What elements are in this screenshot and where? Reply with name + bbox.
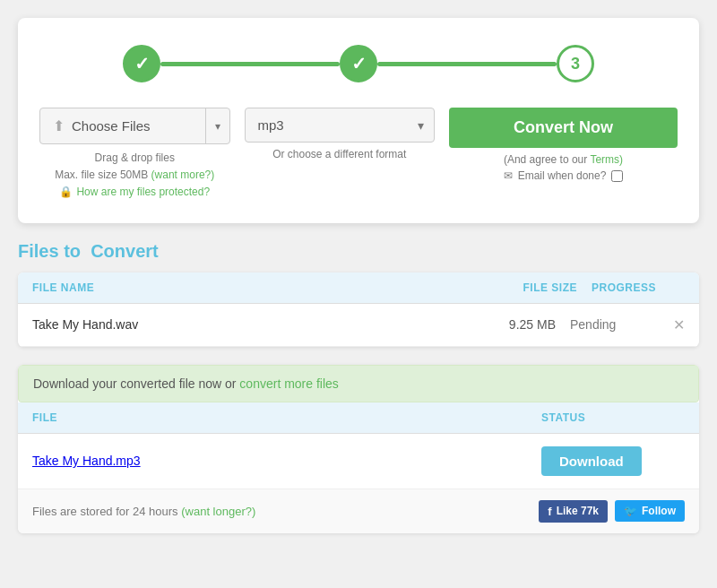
download-status-cell: Download: [541, 446, 685, 476]
header-progress: PROGRESS: [577, 281, 685, 294]
download-notice: Download your converted file now or conv…: [18, 365, 699, 402]
max-size-text: Max. file size 50MB (want more?): [55, 167, 214, 184]
facebook-like-button[interactable]: f Like 77k: [539, 500, 608, 523]
footer-row: Files are stored for 24 hours (want long…: [18, 489, 699, 533]
choose-files-dropdown-arrow[interactable]: ▾: [206, 111, 229, 142]
terms-link[interactable]: Terms): [590, 153, 623, 166]
format-wrapper: mp3 Or choose a different format: [245, 108, 436, 160]
step-line-2: [377, 62, 557, 66]
section-title-colored: Convert: [91, 241, 159, 261]
download-table-header: FILE STATUS: [18, 402, 699, 434]
step-2: ✓: [340, 45, 377, 82]
convert-wrapper: Convert Now (And agree to our Terms) ✉ E…: [449, 108, 678, 182]
facebook-icon: f: [548, 505, 551, 518]
step-line-1: [160, 62, 340, 66]
upload-icon: ⬆: [53, 117, 65, 134]
choose-files-main[interactable]: ⬆ Choose Files: [40, 108, 206, 143]
download-button[interactable]: Download: [541, 446, 642, 476]
facebook-like-label: Like 77k: [557, 505, 599, 517]
email-checkbox[interactable]: [611, 170, 623, 182]
section-title-plain: Files to: [18, 241, 81, 261]
format-info: Or choose a different format: [272, 148, 406, 160]
file-progress-cell: Pending: [556, 317, 663, 332]
email-row: ✉ Email when done?: [504, 169, 624, 182]
twitter-follow-button[interactable]: 🐦 Follow: [615, 500, 685, 522]
section-title: Files to Convert: [18, 241, 699, 262]
download-row: Take My Hand.mp3 Download: [18, 434, 699, 489]
stepper: ✓ ✓ 3: [39, 45, 678, 82]
want-more-link[interactable]: (want more?): [151, 169, 215, 181]
convert-more-link[interactable]: convert more files: [239, 376, 338, 391]
format-select[interactable]: mp3: [245, 108, 436, 143]
convert-info: (And agree to our Terms): [504, 153, 623, 166]
twitter-follow-label: Follow: [642, 505, 676, 517]
top-card: ✓ ✓ 3 ⬆ Choose Files ▾ Drag & drop files: [18, 18, 699, 223]
lock-icon: 🔒: [59, 184, 73, 201]
controls-row: ⬆ Choose Files ▾ Drag & drop files Max. …: [39, 108, 678, 202]
choose-files-button[interactable]: ⬆ Choose Files ▾: [39, 108, 230, 144]
email-icon: ✉: [504, 169, 513, 182]
files-table-card: FILE NAME FILE SIZE PROGRESS Take My Han…: [18, 272, 699, 347]
download-notice-text: Download your converted file now or: [33, 376, 236, 391]
choose-files-info: Drag & drop files Max. file size 50MB (w…: [55, 150, 214, 202]
download-file-link[interactable]: Take My Hand.mp3: [32, 454, 141, 468]
email-label: Email when done?: [518, 169, 607, 182]
file-size-cell: 9.25 MB: [484, 317, 556, 332]
convert-now-button[interactable]: Convert Now: [449, 108, 678, 148]
step-3-label: 3: [571, 55, 580, 74]
choose-files-wrapper: ⬆ Choose Files ▾ Drag & drop files Max. …: [39, 108, 230, 202]
social-buttons: f Like 77k 🐦 Follow: [539, 500, 685, 523]
choose-files-label: Choose Files: [72, 118, 151, 134]
want-longer-link[interactable]: (want longer?): [181, 505, 255, 518]
header-file-name: FILE NAME: [32, 281, 505, 294]
footer-text: Files are stored for 24 hours (want long…: [32, 505, 539, 518]
drag-drop-text: Drag & drop files: [55, 150, 214, 167]
protection-row: 🔒 How are my files protected?: [55, 184, 214, 201]
step-2-check: ✓: [351, 53, 367, 74]
header-status: STATUS: [541, 411, 685, 424]
step-1: ✓: [123, 45, 160, 82]
download-section: Download your converted file now or conv…: [18, 365, 699, 533]
step-3: 3: [557, 45, 594, 82]
protection-link[interactable]: How are my files protected?: [76, 184, 210, 201]
files-to-convert-section: Files to Convert FILE NAME FILE SIZE PRO…: [18, 241, 699, 347]
file-name-cell: Take My Hand.wav: [32, 317, 484, 332]
table-row: Take My Hand.wav 9.25 MB Pending ✕: [18, 304, 699, 347]
download-file-name: Take My Hand.mp3: [32, 454, 541, 468]
twitter-icon: 🐦: [624, 505, 637, 517]
header-file: FILE: [32, 411, 541, 424]
files-table-header: FILE NAME FILE SIZE PROGRESS: [18, 272, 699, 304]
header-file-size: FILE SIZE: [505, 281, 577, 294]
step-1-check: ✓: [134, 53, 150, 74]
format-select-wrapper: mp3: [245, 108, 436, 143]
remove-file-button[interactable]: ✕: [663, 316, 685, 333]
